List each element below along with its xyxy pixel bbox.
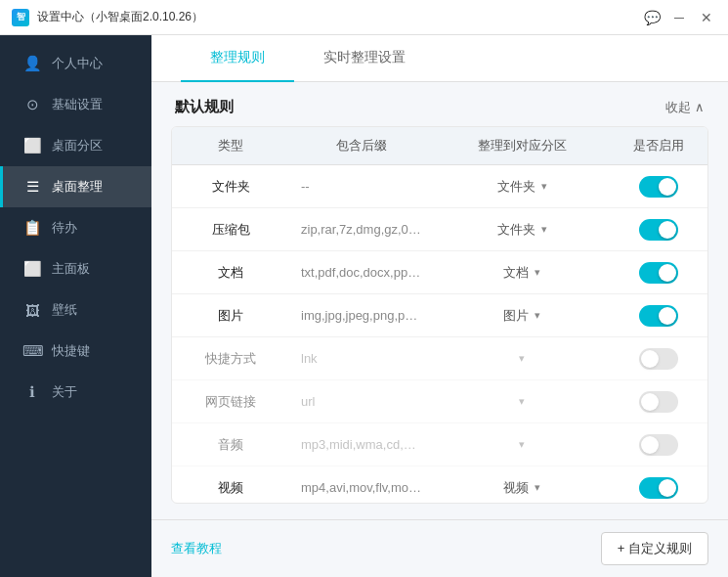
sidebar-item-about[interactable]: ℹ 关于	[0, 372, 151, 413]
tab-rules[interactable]: 整理规则	[181, 35, 294, 82]
table-row: 视频mp4,avi,mov,flv,mod,m...视频▾	[172, 466, 707, 504]
minimize-button[interactable]: ─	[669, 8, 689, 27]
collapse-icon: ∧	[695, 100, 705, 114]
sidebar-label-todo: 待办	[52, 219, 77, 237]
add-rule-label: + 自定义规则	[618, 540, 692, 557]
cell-type: 文件夹	[172, 170, 289, 203]
cell-target[interactable]: 视频▾	[434, 471, 610, 505]
toggle-switch[interactable]	[639, 477, 678, 499]
toggle-switch[interactable]	[639, 348, 678, 370]
chevron-down-icon: ▾	[519, 438, 525, 451]
collapse-button[interactable]: 收起 ∧	[665, 99, 705, 116]
title-bar: 智 设置中心（小智桌面2.0.10.26） 💬 ─ ✕	[0, 0, 728, 35]
cell-suffixes: mp4,avi,mov,flv,mod,m...	[289, 472, 434, 503]
profile-icon: 👤	[22, 55, 42, 72]
sidebar-label-partition: 桌面分区	[52, 137, 103, 155]
cell-suffixes: url	[289, 386, 434, 417]
app-body: 👤 个人中心 ⊙ 基础设置 ⬜ 桌面分区 ☰ 桌面整理 📋 待办 ⬜ 主面板 🖼…	[0, 35, 728, 577]
header-enabled: 是否启用	[610, 127, 707, 164]
wallpaper-icon: 🖼	[22, 302, 42, 319]
toggle-switch[interactable]	[639, 262, 678, 284]
sidebar-item-todo[interactable]: 📋 待办	[0, 207, 151, 248]
cell-suffixes: zip,rar,7z,dmg,gz,001,a...	[289, 214, 434, 244]
toggle-knob	[659, 178, 676, 196]
about-icon: ℹ	[22, 383, 42, 401]
toggle-switch[interactable]	[639, 305, 678, 327]
cell-target[interactable]: 文档▾	[434, 256, 610, 289]
sidebar-item-partition[interactable]: ⬜ 桌面分区	[0, 125, 151, 166]
sidebar: 👤 个人中心 ⊙ 基础设置 ⬜ 桌面分区 ☰ 桌面整理 📋 待办 ⬜ 主面板 🖼…	[0, 35, 151, 577]
cell-target: ▾	[434, 387, 610, 416]
footer: 查看教程 + 自定义规则	[151, 519, 728, 577]
cell-toggle	[610, 340, 707, 377]
sidebar-label-organize: 桌面整理	[52, 178, 103, 196]
toggle-knob	[659, 479, 676, 497]
sidebar-item-wallpaper[interactable]: 🖼 壁纸	[0, 289, 151, 331]
toggle-knob	[641, 393, 659, 411]
cell-toggle	[610, 426, 707, 464]
dashboard-icon: ⬜	[22, 260, 42, 278]
sidebar-item-profile[interactable]: 👤 个人中心	[0, 43, 151, 84]
cell-target[interactable]: 图片▾	[434, 299, 610, 333]
cell-suffixes: --	[289, 171, 434, 201]
message-button[interactable]: 💬	[642, 8, 662, 27]
cell-target[interactable]: 文件夹▾	[434, 213, 610, 246]
cell-toggle	[610, 168, 707, 205]
cell-toggle	[610, 469, 707, 505]
sidebar-label-basic: 基础设置	[52, 96, 103, 113]
chevron-down-icon: ▾	[519, 395, 525, 408]
cell-suffixes: lnk	[289, 343, 434, 374]
cell-toggle	[610, 297, 707, 334]
table-row: 音频mp3,midi,wma,cd,amr,...▾	[172, 423, 707, 466]
target-label: 文件夹	[497, 178, 535, 196]
sidebar-item-organize[interactable]: ☰ 桌面整理	[0, 166, 151, 207]
cell-type: 快捷方式	[172, 342, 289, 376]
cell-target: ▾	[434, 430, 610, 459]
chevron-down-icon: ▾	[535, 309, 540, 322]
chevron-down-icon: ▾	[541, 223, 547, 236]
close-button[interactable]: ✕	[697, 8, 716, 27]
cell-toggle	[610, 254, 707, 291]
sidebar-label-profile: 个人中心	[52, 55, 103, 72]
toggle-switch[interactable]	[639, 219, 678, 241]
cell-suffixes: mp3,midi,wma,cd,amr,...	[289, 429, 434, 460]
cell-target: ▾	[434, 344, 610, 373]
toggle-knob	[659, 221, 676, 239]
cell-suffixes: img,jpg,jpeg,png,psd,...	[289, 300, 434, 331]
target-label: 文件夹	[497, 221, 535, 239]
cell-toggle	[610, 211, 707, 248]
add-rule-button[interactable]: + 自定义规则	[601, 532, 708, 565]
table-row: 网页链接url▾	[172, 380, 707, 423]
basic-icon: ⊙	[22, 96, 42, 113]
chevron-down-icon: ▾	[519, 352, 525, 365]
tab-realtime[interactable]: 实时整理设置	[294, 35, 435, 82]
organize-icon: ☰	[22, 178, 42, 196]
toggle-knob	[641, 436, 659, 454]
toggle-knob	[659, 307, 676, 325]
cell-target[interactable]: 文件夹▾	[434, 170, 610, 203]
chevron-down-icon: ▾	[535, 481, 540, 494]
toggle-switch[interactable]	[639, 434, 678, 456]
table-row: 文档txt,pdf,doc,docx,ppt,p...文档▾	[172, 251, 707, 294]
sidebar-item-dashboard[interactable]: ⬜ 主面板	[0, 248, 151, 289]
sidebar-label-dashboard: 主面板	[52, 260, 90, 278]
section-header: 默认规则 收起 ∧	[171, 98, 708, 116]
tabs-bar: 整理规则实时整理设置	[151, 35, 728, 82]
sidebar-item-basic[interactable]: ⊙ 基础设置	[0, 84, 151, 125]
target-label: 视频	[503, 479, 529, 497]
cell-type: 图片	[172, 299, 289, 333]
sidebar-item-shortcuts[interactable]: ⌨ 快捷键	[0, 331, 151, 372]
cell-type: 音频	[172, 428, 289, 462]
toggle-switch[interactable]	[639, 391, 678, 413]
tutorial-link[interactable]: 查看教程	[171, 540, 222, 557]
table-header: 类型包含后缀整理到对应分区是否启用	[172, 127, 707, 165]
toggle-switch[interactable]	[639, 176, 678, 198]
partition-icon: ⬜	[22, 137, 42, 155]
main-content: 整理规则实时整理设置 默认规则 收起 ∧ 类型包含后缀整理到对应分区是否启用 文…	[151, 35, 728, 577]
target-label: 文档	[503, 264, 529, 282]
chevron-down-icon: ▾	[541, 180, 547, 193]
header-type: 类型	[172, 127, 289, 164]
cell-toggle	[610, 383, 707, 421]
toggle-knob	[659, 264, 676, 282]
todo-icon: 📋	[22, 219, 42, 237]
